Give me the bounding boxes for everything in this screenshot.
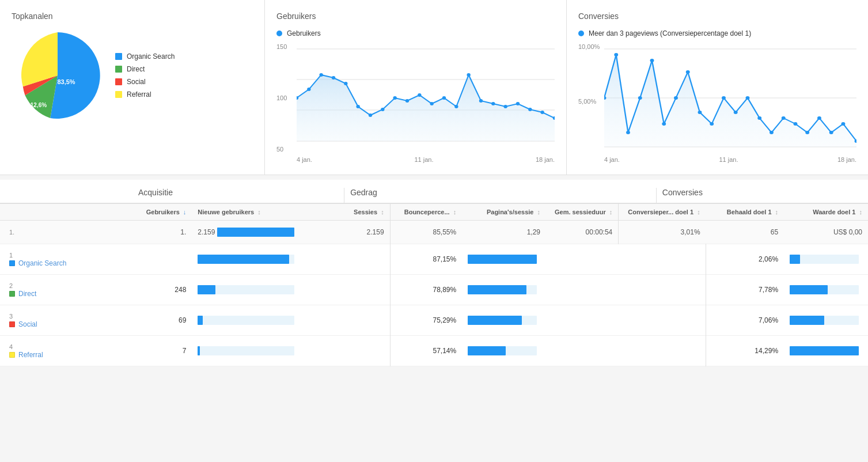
svg-point-42 — [710, 122, 714, 126]
social-dot — [115, 78, 122, 85]
y-label-100: 100 — [276, 94, 287, 101]
gebruikers-chart — [297, 43, 555, 153]
group-conversies: Conversies — [657, 188, 868, 203]
row-conv: 7,78% — [706, 275, 784, 305]
row-sessions — [300, 305, 390, 336]
th-channel — [0, 204, 138, 221]
conversies-legend: Meer dan 3 pageviews (Conversiepercentag… — [578, 29, 856, 37]
th-pages[interactable]: Pagina's/sessie ↕ — [462, 204, 546, 221]
totals-new-users: 2.159 — [192, 221, 300, 244]
channel-name: Direct — [18, 290, 36, 298]
row-conv-bar — [784, 336, 868, 366]
organic-label: Organic Search — [127, 52, 175, 60]
svg-point-16 — [405, 99, 409, 103]
conv-y-label-5: 5,00% — [578, 98, 600, 105]
row-conv-bar — [784, 244, 868, 275]
row-conv: 2,06% — [706, 244, 784, 275]
social-label: Social — [127, 78, 146, 86]
svg-point-51 — [817, 116, 821, 120]
svg-point-46 — [757, 116, 761, 120]
th-duration[interactable]: Gem. sessieduur ↕ — [546, 204, 619, 221]
group-gedrag: Gedrag — [344, 188, 657, 203]
svg-point-23 — [491, 102, 495, 105]
sort-pages-icon: ↕ — [537, 209, 541, 215]
channel-link[interactable]: Social — [9, 320, 132, 328]
table-header-row: Gebruikers ↓ Nieuwe gebruikers ↕ Sessies… — [0, 204, 868, 221]
sort-users-icon: ↓ — [183, 209, 187, 215]
svg-point-38 — [662, 122, 666, 126]
row-sessions — [300, 275, 390, 305]
row-bounce: 78,89% — [390, 275, 462, 305]
svg-point-39 — [674, 96, 678, 100]
svg-point-43 — [722, 96, 726, 100]
row-pages — [546, 336, 619, 366]
svg-point-27 — [540, 111, 544, 114]
gebruikers-legend: Gebruikers — [276, 29, 555, 37]
row-conv-bar — [784, 275, 868, 305]
svg-point-20 — [454, 105, 458, 108]
topkanalen-panel: Topkanalen 83,5% 12,6% — [0, 0, 265, 175]
organic-dot — [115, 53, 122, 60]
totals-sessions: 2.159 — [300, 221, 390, 244]
group-acquisitie: Acquisitie — [132, 188, 344, 203]
svg-point-22 — [479, 99, 483, 103]
row-sessions — [300, 336, 390, 366]
pie-chart: 83,5% 12,6% — [12, 29, 104, 122]
svg-point-37 — [650, 59, 654, 62]
row-new-users-bar — [192, 336, 300, 366]
row-pages — [546, 275, 619, 305]
top-section: Topkanalen 83,5% 12,6% — [0, 0, 868, 175]
pie-legend: Organic Search Direct Social Referral — [115, 52, 175, 99]
th-conv[interactable]: Conversieper... doel 1 ↕ — [619, 204, 706, 221]
row-new-users-bar — [192, 305, 300, 336]
sort-goal-icon: ↕ — [775, 209, 779, 215]
svg-point-24 — [503, 105, 507, 108]
gebruikers-legend-label: Gebruikers — [287, 29, 321, 37]
channel-link[interactable]: Referral — [9, 351, 132, 359]
svg-point-15 — [393, 96, 396, 100]
conversies-legend-dot — [578, 31, 584, 36]
main-table: Gebruikers ↓ Nieuwe gebruikers ↕ Sessies… — [0, 203, 868, 366]
sort-conv-icon: ↕ — [697, 209, 700, 215]
conv-y-label-10: 10,00% — [578, 43, 600, 50]
row-conv: 14,29% — [706, 336, 784, 366]
gebruikers-title: Gebruikers — [276, 12, 555, 21]
row-users: 248 — [138, 275, 192, 305]
channel-link[interactable]: Direct — [9, 290, 132, 298]
conversies-legend-label: Meer dan 3 pageviews (Conversiepercentag… — [589, 29, 751, 37]
gebruikers-legend-dot — [276, 31, 282, 36]
row-pages — [546, 305, 619, 336]
legend-organic: Organic Search — [115, 52, 175, 60]
totals-conv: 3,01% — [619, 221, 706, 244]
svg-point-34 — [614, 53, 618, 56]
th-new-users[interactable]: Nieuwe gebruikers ↕ — [192, 204, 300, 221]
channel-color-dot — [9, 291, 15, 297]
svg-point-18 — [430, 102, 433, 105]
channel-link[interactable]: Organic Search — [9, 259, 132, 267]
sort-sessions-icon: ↕ — [381, 209, 384, 215]
totals-value: US$ 0,00 — [784, 221, 868, 244]
sort-value-icon: ↕ — [859, 209, 863, 215]
row-sessions — [300, 244, 390, 275]
row-conv: 7,06% — [706, 305, 784, 336]
legend-direct: Direct — [115, 65, 175, 73]
svg-point-11 — [344, 82, 347, 85]
row-pages — [546, 244, 619, 275]
svg-point-41 — [698, 111, 702, 114]
row-bounce-bar — [462, 305, 546, 336]
gebruikers-panel: Gebruikers Gebruikers 150 100 50 — [265, 0, 567, 175]
conversies-title: Conversies — [578, 12, 856, 21]
th-value[interactable]: Waarde doel 1 ↕ — [784, 204, 868, 221]
row-users: 69 — [138, 305, 192, 336]
svg-point-13 — [369, 113, 372, 117]
svg-point-8 — [307, 88, 310, 91]
row-channel: 1 Organic Search — [0, 244, 138, 275]
th-sessions[interactable]: Sessies ↕ — [300, 204, 390, 221]
th-bounce[interactable]: Bounceperce... ↕ — [390, 204, 462, 221]
th-goal[interactable]: Behaald doel 1 ↕ — [706, 204, 784, 221]
y-label-50: 50 — [276, 146, 287, 153]
pie-section: 83,5% 12,6% Organic Search Direct Social — [12, 29, 253, 122]
th-users[interactable]: Gebruikers ↓ — [138, 204, 192, 221]
totals-goal: 65 — [706, 221, 784, 244]
referral-dot — [115, 91, 122, 98]
